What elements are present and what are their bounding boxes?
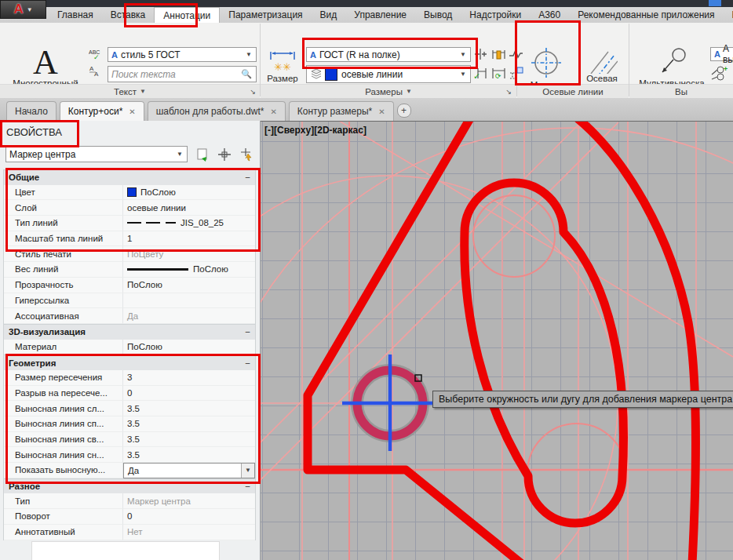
- dim-update-icon[interactable]: ⟳: [491, 66, 506, 81]
- layers-icon: [310, 68, 323, 81]
- quick-select-icon[interactable]: [237, 145, 255, 163]
- new-tab-button[interactable]: +: [397, 104, 411, 118]
- leaders-panel-title[interactable]: Вы: [629, 84, 733, 98]
- property-value[interactable]: 0: [123, 386, 255, 402]
- dim-style-combo[interactable]: A ГОСТ (R на полке)▼: [306, 47, 471, 62]
- document-tab-2[interactable]: Контур+оси*✕: [60, 101, 144, 121]
- property-row[interactable]: Тип линийJIS_08_25: [3, 216, 256, 231]
- ribbon-tab-2[interactable]: Вставка: [102, 7, 155, 23]
- ribbon-tab-3[interactable]: Аннотации: [154, 7, 220, 23]
- property-row[interactable]: ЦветПоСлою: [3, 185, 256, 201]
- select-objects-icon[interactable]: [215, 145, 233, 163]
- dim-edit-icon[interactable]: [491, 47, 506, 62]
- property-value[interactable]: Да▼: [123, 463, 255, 478]
- close-tab-icon[interactable]: ✕: [378, 107, 385, 116]
- ribbon-tab-1[interactable]: Главная: [49, 7, 102, 23]
- property-value[interactable]: Да: [123, 308, 255, 324]
- viewport-controls[interactable]: [-][Сверху][2D-каркас]: [264, 125, 366, 136]
- property-value[interactable]: осевые линии: [123, 200, 255, 216]
- property-row[interactable]: Показать выносную...Да▼: [3, 463, 256, 478]
- ribbon-tab-8[interactable]: Надстройки: [461, 7, 530, 23]
- property-row[interactable]: АссоциативнаяДа: [3, 308, 256, 324]
- text-style-combo[interactable]: A стиль 5 ГОСТ▼: [108, 47, 257, 62]
- property-row[interactable]: МатериалПоСлою: [3, 340, 256, 355]
- property-value[interactable]: ПоСлою: [123, 262, 255, 278]
- property-row[interactable]: АннотативныйНет: [3, 525, 256, 540]
- ribbon-tab-4[interactable]: Параметризация: [220, 7, 311, 23]
- close-tab-icon[interactable]: ✕: [270, 107, 276, 116]
- text-search-field[interactable]: Поиск текста 🔍: [108, 66, 257, 82]
- property-value[interactable]: ПоСлою: [123, 340, 255, 355]
- text-align-icon[interactable]: AA: [89, 64, 104, 77]
- dim-check-icon[interactable]: ✓: [473, 66, 488, 81]
- panel-launcher-icon[interactable]: ↘: [505, 88, 512, 96]
- property-row[interactable]: Выносная линия сп...3.5: [3, 416, 256, 432]
- collapse-icon[interactable]: −: [245, 327, 250, 336]
- add-leader-icon[interactable]: +: [710, 65, 725, 80]
- collapse-icon[interactable]: −: [245, 358, 250, 368]
- property-row[interactable]: Слойосевые линии: [3, 200, 256, 216]
- property-value[interactable]: 3.5: [123, 401, 255, 416]
- property-row[interactable]: Выносная линия сн...3.5: [3, 447, 256, 463]
- ribbon-tab-5[interactable]: Вид: [312, 7, 346, 23]
- section-header[interactable]: Геометрия−: [3, 355, 256, 370]
- dim-panel-title[interactable]: Размеры▼ ↘: [261, 84, 516, 98]
- ribbon-tab-6[interactable]: Управление: [345, 7, 415, 23]
- ribbon-tab-7[interactable]: Вывод: [415, 7, 461, 23]
- section-header[interactable]: Общие−: [3, 169, 256, 185]
- mleader-style-combo[interactable]: A А вы: [710, 47, 733, 61]
- property-value[interactable]: 3.5: [123, 447, 255, 463]
- chevron-down-icon[interactable]: ▼: [241, 464, 254, 478]
- property-value[interactable]: [123, 293, 255, 309]
- property-row[interactable]: Вес линийПоСлою: [3, 262, 256, 278]
- section-header[interactable]: 3D-визуализация−: [3, 324, 256, 340]
- property-value[interactable]: 1: [123, 231, 255, 247]
- property-row[interactable]: Выносная линия сл...3.5: [3, 401, 256, 416]
- ribbon-tab-10[interactable]: Рекомендованные приложения: [569, 7, 723, 23]
- property-value[interactable]: Маркер центра: [123, 493, 255, 509]
- text-panel-title[interactable]: Текст▼ ↘: [0, 84, 260, 98]
- property-value[interactable]: ПоЦвету: [123, 246, 255, 262]
- property-value[interactable]: 3: [123, 370, 255, 386]
- dim-break-icon[interactable]: [473, 47, 488, 62]
- toggle-pickadd-icon[interactable]: [193, 145, 211, 163]
- part-contour[interactable]: [308, 122, 695, 560]
- property-value[interactable]: 0: [123, 509, 255, 525]
- collapse-icon[interactable]: −: [245, 173, 250, 182]
- property-value[interactable]: 3.5: [123, 416, 255, 432]
- contour-outer-arc[interactable]: [578, 122, 695, 560]
- property-row[interactable]: ТипМаркер центра: [3, 493, 256, 509]
- property-row[interactable]: Выносная линия св...3.5: [3, 432, 256, 448]
- property-value[interactable]: ПоСлою: [123, 278, 255, 293]
- search-text-icon[interactable]: 🔍: [239, 69, 254, 79]
- svg-text:⟳: ⟳: [495, 72, 501, 80]
- ribbon-tab-9[interactable]: A360: [530, 7, 569, 23]
- dim-layer-combo[interactable]: осевые линии▼: [306, 65, 471, 83]
- collapse-icon[interactable]: −: [245, 482, 250, 491]
- drawing-canvas[interactable]: [-][Сверху][2D-каркас] Выберите окружнос…: [261, 121, 733, 560]
- property-value[interactable]: 3.5: [123, 432, 255, 448]
- document-tab-1[interactable]: Начало: [6, 101, 57, 121]
- object-type-combo[interactable]: Маркер центра▼: [5, 146, 188, 162]
- centerlines-panel-title[interactable]: Осевые линии: [517, 84, 629, 98]
- property-value[interactable]: Нет: [123, 525, 255, 540]
- property-row[interactable]: Размер пересечения3: [3, 370, 256, 386]
- property-row[interactable]: Стиль печатиПоЦвету: [3, 246, 256, 262]
- property-row[interactable]: Разрыв на пересече...0: [3, 386, 256, 402]
- property-row[interactable]: Поворот0: [3, 509, 256, 525]
- contour-slot[interactable]: [465, 183, 624, 523]
- property-row[interactable]: ПрозрачностьПоСлою: [3, 278, 256, 293]
- property-row[interactable]: Гиперссылка: [3, 293, 256, 309]
- panel-launcher-icon[interactable]: ↘: [250, 88, 256, 96]
- section-header[interactable]: Разное−: [3, 478, 256, 494]
- property-value[interactable]: ПоСлою: [123, 185, 255, 201]
- ribbon-tab-11[interactable]: BIM 360: [724, 7, 733, 23]
- property-row[interactable]: Масштаб типа линий1: [3, 231, 256, 247]
- spell-check-icon[interactable]: ABC✓: [89, 48, 104, 60]
- document-tab-3[interactable]: шаблон для работы.dwt*✕: [148, 101, 286, 121]
- application-menu-button[interactable]: A ▼: [0, 0, 46, 19]
- document-tab-4[interactable]: Контур размеры*✕: [289, 101, 394, 121]
- close-tab-icon[interactable]: ✕: [129, 107, 135, 116]
- property-value[interactable]: JIS_08_25: [123, 216, 255, 231]
- layer-color-swatch: [325, 68, 337, 81]
